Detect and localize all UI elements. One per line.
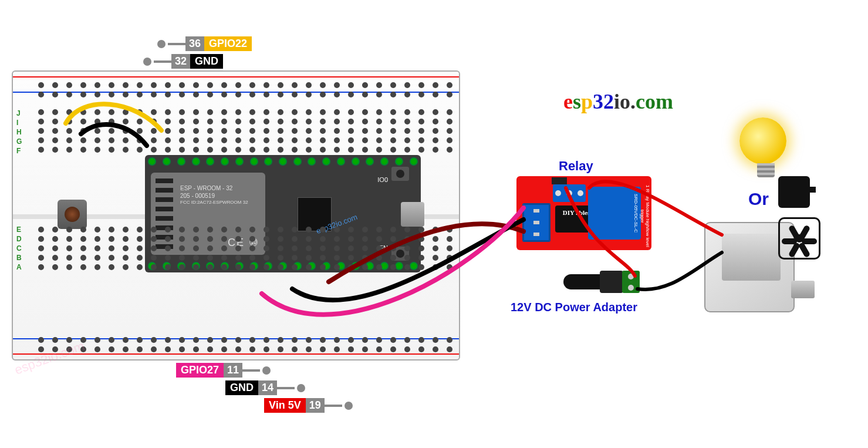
relay-input-header <box>522 203 550 242</box>
pin-dot <box>345 402 353 410</box>
dc-jack-body <box>600 271 623 293</box>
pin-number: 36 <box>185 36 204 51</box>
dc-jack-adapter <box>563 267 640 297</box>
pin-number: 14 <box>258 380 277 395</box>
pin-tag-gnd-top: 32 GND <box>141 54 223 69</box>
barrel-plug-icon <box>563 274 604 289</box>
pin-name: Vin 5V <box>264 398 306 413</box>
pin-number: 11 <box>224 363 242 378</box>
relay-side-text: 1 Relay Module high/low level trigger <box>640 182 650 250</box>
pin-line <box>242 369 260 372</box>
pin-name: GND <box>225 380 258 395</box>
esp32-markings: ESP - WROOM - 32 205 - 000519 FCC ID:2AC… <box>180 184 248 206</box>
power-rail-top-pos <box>13 76 459 78</box>
relay-coil-block: SRD-05VDC-SL-C <box>588 187 641 240</box>
or-label: Or <box>748 189 769 209</box>
esp32-header-top <box>145 157 421 166</box>
solenoid-plunger <box>791 281 815 298</box>
pin-tag-gpio27: GPIO27 11 <box>176 363 273 378</box>
relay-module: DIY ables SRD-05VDC-SL-C 1 Relay Module … <box>516 176 651 250</box>
pin-name: GND <box>190 54 223 69</box>
pin-tag-vin5v: Vin 5V 19 <box>264 398 355 413</box>
water-pump-icon <box>778 176 810 208</box>
pin-name: GPIO22 <box>204 36 252 51</box>
breadboard: /*gen*/ JIHGF EDCBA ESP - WROOM - 32 205… <box>12 70 460 361</box>
row-letters-upper: JIHGF <box>16 109 22 156</box>
pin-dot <box>143 58 151 66</box>
solenoid-coil <box>722 234 781 281</box>
pin-line <box>277 387 295 389</box>
io0-label: IO0 <box>377 176 388 183</box>
pin-tag-gpio22: 36 GPIO22 <box>155 36 252 51</box>
pin-dot <box>157 40 166 48</box>
pin-number: 32 <box>171 54 190 69</box>
row-letters-lower: EDCBA <box>16 225 22 272</box>
boot-button <box>391 167 409 181</box>
pin-tag-gnd-bot: GND 14 <box>225 380 308 395</box>
push-button-cap <box>65 207 80 222</box>
dc-jack-terminals <box>622 271 640 293</box>
pin-number: 19 <box>306 398 325 413</box>
relay-jumper <box>552 177 567 184</box>
relay-label: Relay <box>559 159 593 174</box>
pin-name: GPIO27 <box>176 363 224 378</box>
relay-screw-terminals <box>553 184 586 202</box>
dc-adapter-label: 12V DC Power Adapter <box>511 301 637 314</box>
pin-dot <box>262 366 271 375</box>
site-brand: esp32io.com <box>563 89 673 114</box>
pin-line <box>168 43 185 45</box>
cooling-fan-icon <box>778 217 820 260</box>
pin-line <box>154 60 171 63</box>
pin-dot <box>297 384 305 392</box>
lightbulb-icon <box>739 117 792 182</box>
pin-line <box>325 405 342 407</box>
